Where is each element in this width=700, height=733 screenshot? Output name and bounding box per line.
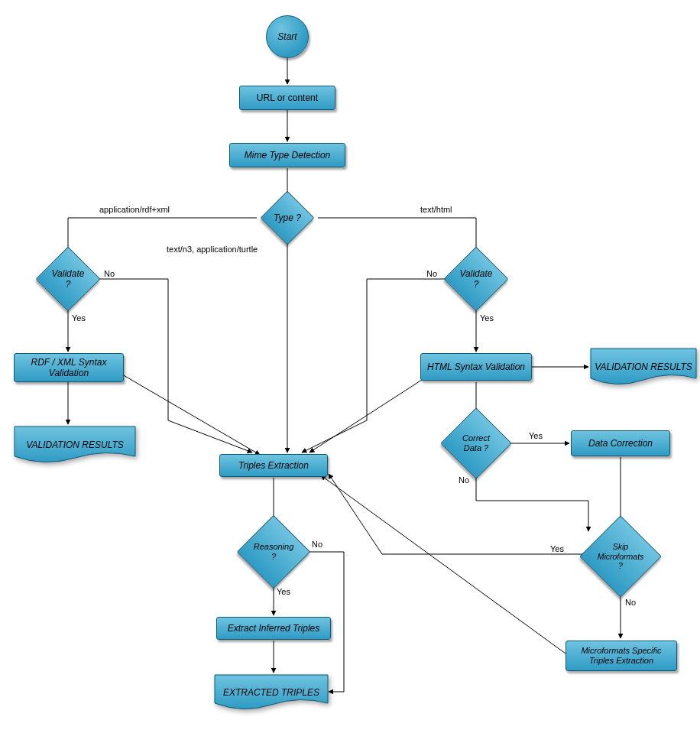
node-inferred: Extract Inferred Triples bbox=[216, 617, 331, 640]
html-validation-label: HTML Syntax Validation bbox=[427, 362, 525, 372]
validation-results-1-label: VALIDATION RESULTS bbox=[26, 439, 124, 450]
extracted-label: EXTRACTED TRIPLES bbox=[223, 687, 319, 698]
node-html-validation: HTML Syntax Validation bbox=[420, 353, 532, 381]
doc-validation-results-2: VALIDATION RESULTS bbox=[590, 348, 697, 386]
edge-skip-no: No bbox=[625, 598, 636, 607]
rdf-xml-validation-label: RDF / XML Syntax Validation bbox=[18, 357, 120, 379]
edge-text-n3: text/n3, application/turtle bbox=[167, 245, 258, 254]
triples-extraction-label: Triples Extraction bbox=[238, 460, 309, 471]
flowchart-canvas: Start URL or content Mime Type Detection… bbox=[0, 0, 700, 733]
inferred-label: Extract Inferred Triples bbox=[228, 623, 319, 634]
decision-reasoning: Reasoning ? bbox=[248, 526, 300, 578]
validate-right-label: Validate ? bbox=[456, 268, 496, 290]
decision-skip-microformats: Skip Microformats ? bbox=[591, 527, 650, 585]
doc-extracted: EXTRACTED TRIPLES bbox=[214, 674, 329, 711]
edge-correct-no: No bbox=[459, 475, 469, 485]
decision-validate-left: Validate ? bbox=[45, 256, 91, 302]
mf-extraction-label: Microformats Specific Triples Extraction bbox=[569, 646, 673, 666]
edge-valR-no: No bbox=[426, 269, 437, 278]
edge-valL-yes: Yes bbox=[72, 313, 86, 323]
node-mime-detect: Mime Type Detection bbox=[229, 143, 345, 167]
edge-correct-yes: Yes bbox=[529, 431, 543, 440]
start-label: Start bbox=[277, 31, 297, 42]
edge-valR-yes: Yes bbox=[480, 313, 494, 323]
decision-validate-right: Validate ? bbox=[453, 256, 499, 302]
validate-left-label: Validate ? bbox=[48, 268, 88, 290]
edge-valL-no: No bbox=[104, 269, 115, 278]
node-mf-extraction: Microformats Specific Triples Extraction bbox=[566, 641, 677, 671]
reasoning-label: Reasoning ? bbox=[251, 542, 297, 562]
node-triples-extraction: Triples Extraction bbox=[219, 454, 328, 477]
node-data-correction: Data Correction bbox=[571, 430, 670, 456]
node-url-content: URL or content bbox=[239, 86, 335, 110]
type-label: Type ? bbox=[274, 212, 301, 223]
node-rdf-xml-validation: RDF / XML Syntax Validation bbox=[14, 353, 124, 382]
doc-validation-results-1: VALIDATION RESULTS bbox=[14, 426, 136, 464]
data-correction-label: Data Correction bbox=[588, 438, 653, 449]
decision-type: Type ? bbox=[268, 199, 306, 237]
correct-data-label: Correct Data ? bbox=[454, 433, 498, 453]
mime-detect-label: Mime Type Detection bbox=[245, 150, 330, 161]
skip-microformats-label: Skip Microformats ? bbox=[595, 542, 647, 571]
decision-correct-data: Correct Data ? bbox=[451, 418, 501, 469]
validation-results-2-label: VALIDATION RESULTS bbox=[595, 362, 692, 372]
start: Start bbox=[266, 15, 309, 58]
edge-text-html: text/html bbox=[420, 205, 452, 214]
edge-skip-yes: Yes bbox=[550, 544, 564, 553]
edge-app-rdf-xml: application/rdf+xml bbox=[99, 205, 170, 214]
edge-reason-no: No bbox=[312, 540, 322, 549]
edge-reason-yes: Yes bbox=[277, 587, 290, 596]
url-content-label: URL or content bbox=[257, 92, 318, 103]
